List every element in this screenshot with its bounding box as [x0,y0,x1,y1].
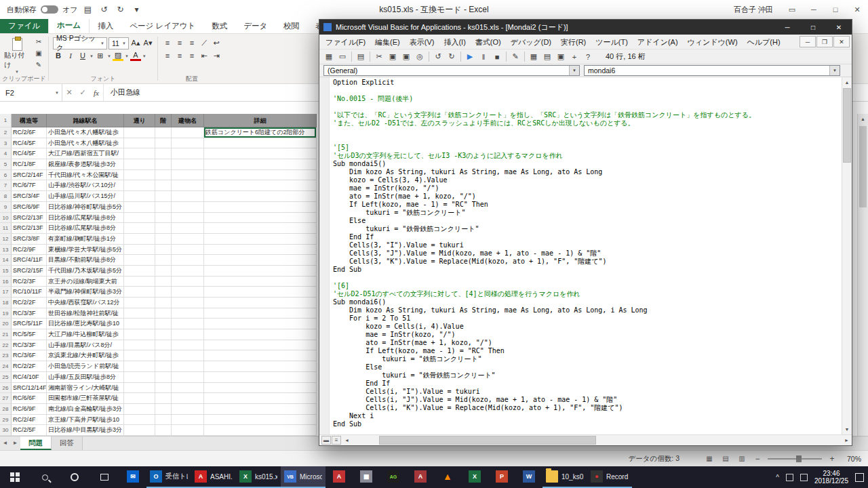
cell[interactable] [172,127,204,138]
cell[interactable] [172,277,204,287]
tray-icon[interactable] [800,474,808,481]
cell-kozo[interactable]: SRC/2/15F [12,266,47,277]
cell[interactable] [155,277,172,287]
cut-icon[interactable]: ✂ [372,51,386,63]
cell-rosen[interactable]: 日比谷線/広尾駅/徒歩8分 [47,213,124,224]
properties-window-icon[interactable]: ▤ [540,51,554,63]
normal-view-icon[interactable]: ▦ [704,455,715,462]
cell[interactable] [172,298,204,308]
menu-item-実行(R)[interactable]: 実行(R) [556,35,591,49]
orientation-icon[interactable]: ⟋ [199,37,210,49]
cell[interactable] [155,361,172,372]
object-browser-icon[interactable]: ▣ [554,51,568,63]
grow-font-icon[interactable]: A▴ [130,37,141,49]
align-center-icon[interactable]: ≡ [174,50,185,62]
run-icon[interactable]: ▶ [463,51,477,63]
ribbon-tab-ホーム[interactable]: ホーム [48,18,90,33]
sheet-tab-問題[interactable]: 問題 [20,436,52,450]
cell[interactable] [124,266,155,277]
cell-kozo[interactable]: RC/3/3F [12,340,47,351]
taskbar-app-app-blue[interactable]: W [515,466,542,488]
cell-kozo[interactable]: RC/6/6F [12,393,47,404]
copy-icon[interactable]: ▣ [386,51,399,63]
cell-detail[interactable] [204,202,317,213]
cell-kozo[interactable]: RC/2/9F [12,245,47,256]
cell-kozo[interactable]: SRC/12/14F [12,383,47,394]
cell[interactable] [172,393,204,404]
undo-icon[interactable]: ↺ [431,51,445,63]
cell-detail[interactable] [204,180,317,191]
minimize-button[interactable]: ─ [803,0,825,19]
cell[interactable] [124,191,155,202]
cell[interactable] [155,138,172,149]
cell-detail[interactable] [204,234,317,245]
zoom-out-button[interactable]: − [753,454,762,464]
qat-customize-icon[interactable]: ▾ [131,5,143,14]
cell[interactable] [155,266,172,277]
cell-detail[interactable] [204,213,317,224]
cell-rosen[interactable]: 山手線/五反田駅/徒歩8分 [47,372,124,383]
font-size-combo[interactable]: 11 ▼ [108,37,129,49]
cell[interactable] [124,415,155,426]
restore-button[interactable]: □ [825,0,846,19]
zoom-in-button[interactable]: + [827,454,837,464]
menu-item-ツール(T)[interactable]: ツール(T) [591,35,633,49]
cell[interactable] [172,404,204,415]
cell-detail[interactable] [204,138,317,149]
cell-rosen[interactable]: 千代田線/代々木公園駅/徒 [47,170,124,181]
cell[interactable] [124,180,155,191]
cell-kozo[interactable]: SRC/2/13F [12,223,47,234]
full-module-view-icon[interactable]: ≡ [332,436,341,445]
wrap-text-icon[interactable]: ↩ [211,37,222,49]
cell-rosen[interactable]: 小田急/代々木八幡駅/徒歩 [47,138,124,149]
code-pane[interactable]: Option Explicit 'No.0015 - 問題(後半) '以下では、… [319,77,852,434]
cell[interactable] [172,180,204,191]
ribbon-tab-挿入[interactable]: 挿入 [90,19,121,33]
cell-kozo[interactable]: SRC/6/9F [12,202,47,213]
cell-kozo[interactable]: RC/10/11F [12,287,47,298]
cell-rosen[interactable]: 山手線/品川駅/バス15分/ [47,191,124,202]
cell[interactable] [172,245,204,256]
cell[interactable] [124,329,155,340]
cell[interactable] [172,350,204,361]
cancel-icon[interactable]: ✕ [62,84,76,101]
vba-horizontal-scrollbar[interactable]: ▬ ≡ ◄ ► [319,434,852,445]
ribbon-tab-ページ レイアウト[interactable]: ページ レイアウト [121,19,203,33]
cell[interactable] [172,234,204,245]
shrink-font-icon[interactable]: A▾ [142,37,153,49]
cell[interactable] [124,159,155,170]
cell[interactable] [155,350,172,361]
taskbar-app-vba[interactable]: VBMicroso... [281,466,326,488]
clock[interactable]: 23:46 2018/12/25 [814,470,848,485]
cell[interactable] [124,404,155,415]
cell[interactable] [155,213,172,224]
cell-rosen[interactable]: 有楽町線/麹町駅/徒歩1分 [47,234,124,245]
insert-userform-icon[interactable]: ▭ [336,51,349,63]
cell[interactable] [155,298,172,308]
decrease-indent-icon[interactable]: ⇤ [199,50,210,62]
ribbon-tab-校閲[interactable]: 校閲 [275,19,307,33]
undo-icon[interactable]: ↺ [98,5,111,14]
reset-icon[interactable]: ■ [490,51,504,63]
scroll-down-icon[interactable]: ▼ [842,424,852,434]
cell[interactable] [172,415,204,426]
taskbar-app-app-red[interactable]: A [326,466,353,488]
format-painter-icon[interactable]: ✎ [33,61,44,71]
cell[interactable] [155,372,172,383]
cell-rosen[interactable]: 日比谷線/神谷町駅/徒歩5分 [47,202,124,213]
cell[interactable] [172,148,204,159]
cell[interactable] [124,255,155,266]
cell-kozo[interactable]: RC/2/3F [12,277,47,287]
menu-item-ファイル(F)[interactable]: ファイル(F) [321,35,370,49]
cell[interactable] [155,202,172,213]
scroll-up-icon[interactable]: ▲ [858,114,868,124]
cell-rosen[interactable]: 南北線/白金高輪駅/徒歩3分 [47,404,124,415]
cell[interactable] [155,287,172,298]
excel-vertical-scrollbar[interactable]: ▲ [857,114,868,436]
cell[interactable] [155,393,172,404]
redo-icon[interactable]: ↻ [445,51,458,63]
taskbar-app-app-ag[interactable]: AG [380,466,407,488]
cell-detail[interactable] [204,415,317,426]
bold-icon[interactable]: B [53,50,64,62]
cell[interactable] [124,245,155,256]
